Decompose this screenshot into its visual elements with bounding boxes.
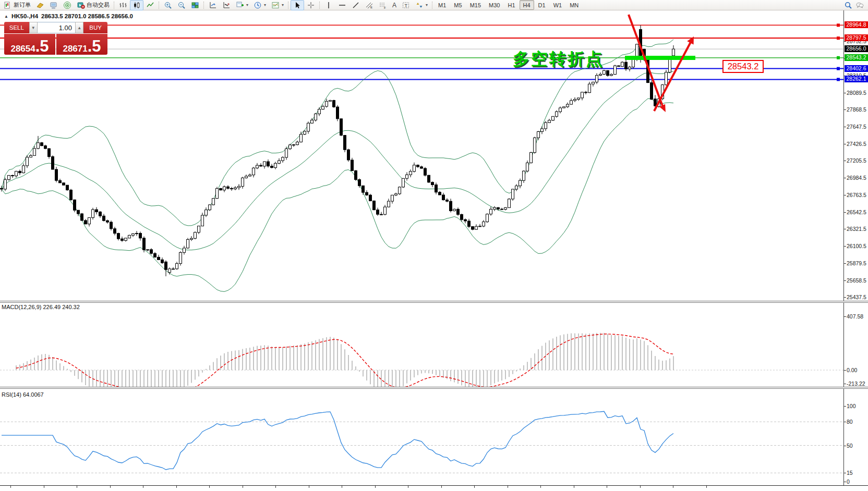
rsi-chart-canvas[interactable] <box>0 389 868 485</box>
price-tick <box>844 246 846 247</box>
rsi-axis-label: 50 <box>847 443 853 449</box>
chevron-down-icon: ▾ <box>426 3 428 7</box>
arrows-icon <box>415 1 424 9</box>
timeframe-button-D1[interactable]: D1 <box>535 0 549 10</box>
indicator-window-button[interactable] <box>206 0 220 10</box>
toolbar-separator <box>288 2 289 9</box>
price-chart-canvas[interactable] <box>0 10 868 301</box>
search-icon[interactable] <box>844 1 852 9</box>
line-chart-button[interactable] <box>143 0 157 10</box>
toolbar-separator <box>203 2 204 9</box>
fibonacci-tool[interactable]: F <box>376 0 390 10</box>
price-tag-label[interactable]: 28543.2 <box>722 60 764 73</box>
rsi-axis-label: 15 <box>847 470 853 476</box>
time-tick <box>143 486 143 488</box>
horizontal-line-tool[interactable] <box>335 0 349 10</box>
chevron-down-icon: ▾ <box>264 3 266 7</box>
timeframe-button-M30[interactable]: M30 <box>485 0 503 10</box>
zoom-out-button[interactable] <box>175 0 188 10</box>
price-tick <box>844 195 846 195</box>
collapse-icon[interactable]: ▲ <box>4 14 8 19</box>
timeframe-button-H1[interactable]: H1 <box>504 0 519 10</box>
timeframe-button-MN[interactable]: MN <box>566 0 582 10</box>
text-tool[interactable]: A <box>390 0 399 10</box>
timeframe-button-M1[interactable]: M1 <box>435 0 450 10</box>
time-tick <box>574 486 574 488</box>
vertical-line-tool[interactable] <box>322 0 335 10</box>
time-tick <box>110 486 111 488</box>
text-label-icon: T <box>402 1 410 9</box>
volume-increase-button[interactable]: ▲ <box>75 22 83 33</box>
new-order-button[interactable]: 新订单 <box>1 0 33 10</box>
price-tick-label: 27426.5 <box>847 141 866 147</box>
volume-input[interactable] <box>38 22 75 33</box>
price-level-badge: 28964.8 <box>845 21 868 28</box>
buy-price-main: 28671 <box>63 44 87 53</box>
time-tick <box>474 486 475 488</box>
period-button[interactable]: ▾ <box>251 0 269 10</box>
add-indicator-button[interactable]: ▾ <box>233 0 251 10</box>
signals-button[interactable] <box>61 0 74 10</box>
rsi-axis-label: 0 <box>847 478 850 485</box>
rsi-axis[interactable]: 1008050150 <box>843 389 868 485</box>
svg-text:E: E <box>370 6 372 9</box>
tile-windows-button[interactable] <box>188 0 202 10</box>
arrows-tool[interactable]: ▾ <box>413 0 430 10</box>
bar-chart-button[interactable] <box>116 0 130 10</box>
time-axis[interactable]: 6 Sep 201912 Sep 05:0018 Sep 05:0024 Sep… <box>0 485 868 491</box>
text-label-tool[interactable]: T <box>399 0 413 10</box>
price-tick-label: 27647.5 <box>847 124 866 130</box>
channel-icon: E <box>365 1 373 9</box>
zoom-in-button[interactable] <box>161 0 175 10</box>
price-tick-label: 26542.5 <box>847 209 866 215</box>
timeframe-button-M5[interactable]: M5 <box>450 0 465 10</box>
profile-button[interactable] <box>33 0 47 10</box>
equidistant-channel-tool[interactable]: E <box>363 0 376 10</box>
template-button[interactable]: ▾ <box>269 0 286 10</box>
buy-price-button[interactable]: 28671.5 <box>56 34 107 55</box>
crosshair-tool-button[interactable] <box>304 0 318 10</box>
macd-signal-value: 240.32 <box>62 304 80 310</box>
signal-icon <box>63 1 71 9</box>
macd-axis-label: -213.22 <box>847 380 865 387</box>
rsi-tick <box>844 422 846 422</box>
price-tick-label: 27868.5 <box>847 106 866 113</box>
time-tick <box>508 486 508 488</box>
price-tick-label: 26984.5 <box>847 175 866 181</box>
market-watch-button[interactable] <box>47 0 61 10</box>
time-tick <box>441 486 442 488</box>
sell-price-button[interactable]: 28654.5 <box>4 34 55 55</box>
chat-icon[interactable] <box>855 1 864 9</box>
trendline-tool[interactable] <box>349 0 363 10</box>
price-tick <box>844 280 846 281</box>
rsi-tick <box>844 482 846 482</box>
macd-tick <box>844 384 846 384</box>
price-tick-label: 26100.5 <box>847 243 866 249</box>
timeframe-button-H4[interactable]: H4 <box>520 0 534 10</box>
timeframe-button-W1[interactable]: W1 <box>550 0 566 10</box>
chevron-down-icon: ▾ <box>282 3 284 7</box>
buy-button[interactable]: BUY <box>83 22 107 33</box>
computer-icon <box>50 1 58 9</box>
cursor-tool-button[interactable] <box>291 0 304 10</box>
time-tick <box>706 486 707 488</box>
macd-chart-canvas[interactable] <box>0 303 868 387</box>
candlestick-chart-icon <box>132 1 141 9</box>
indicator-axes-icon <box>209 1 217 9</box>
cursor-icon <box>293 1 302 9</box>
price-tick-label: 25658.5 <box>847 277 866 284</box>
indicator-window2-button[interactable] <box>220 0 233 10</box>
sell-price-fraction: .5 <box>35 40 49 53</box>
price-tick-label: 26321.5 <box>847 226 866 232</box>
price-axis[interactable]: 25437.525658.525879.526100.526321.526542… <box>843 10 868 301</box>
rsi-tick <box>844 473 846 473</box>
auto-trading-button[interactable]: 自动交易 <box>74 0 112 10</box>
time-tick <box>375 486 376 488</box>
timeframe-button-M15[interactable]: M15 <box>466 0 485 10</box>
sell-button[interactable]: SELL <box>4 22 29 33</box>
horizontal-line-icon <box>338 1 346 9</box>
price-tick <box>844 93 846 93</box>
candlestick-chart-button[interactable] <box>130 0 143 10</box>
volume-decrease-button[interactable]: ▼ <box>29 22 38 33</box>
macd-axis[interactable]: 407.580.00-213.22 <box>843 303 868 387</box>
